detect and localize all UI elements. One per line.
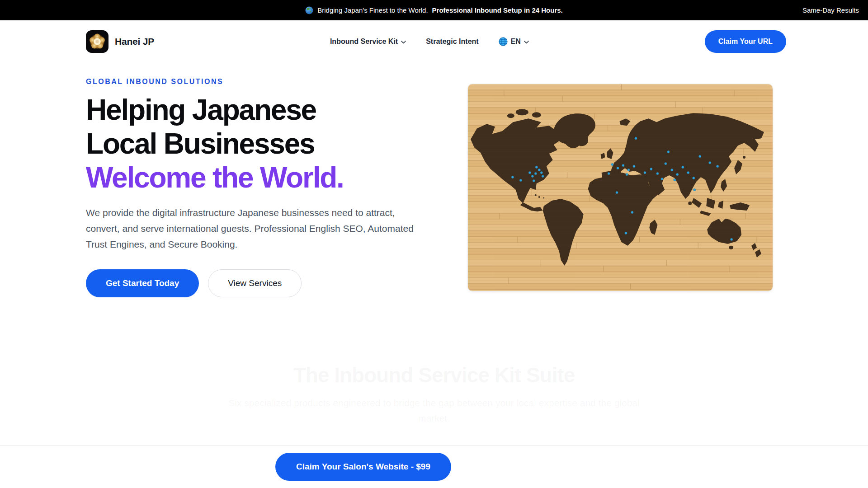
announcement-right-note: Same-Day Results <box>802 0 859 20</box>
hero-heading-line3: Welcome the World. <box>86 161 425 195</box>
announcement-text-bold: Professional Inbound Setup in 24 Hours. <box>432 6 563 14</box>
globe-icon <box>499 37 508 46</box>
hero-eyebrow: GLOBAL INBOUND SOLUTIONS <box>86 78 425 86</box>
get-started-button[interactable]: Get Started Today <box>86 269 199 297</box>
hero-heading: Helping Japanese Local Businesses Welcom… <box>86 93 425 195</box>
language-code: EN <box>511 38 521 46</box>
language-selector[interactable]: EN <box>499 37 529 46</box>
hero-heading-line2: Local Businesses <box>86 127 425 161</box>
suite-title: The Inbound Service Kit Suite <box>0 363 868 387</box>
nav-label: Inbound Service Kit <box>330 38 398 46</box>
world-map-image <box>468 84 773 291</box>
site-header: Hanei JP Inbound Service Kit Strategic I… <box>0 20 868 63</box>
nav-label: Strategic Intent <box>426 38 478 46</box>
chevron-down-icon <box>401 41 406 44</box>
brand-name: Hanei JP <box>115 36 154 47</box>
claim-salon-website-button[interactable]: Claim Your Salon's Website - $99 <box>275 453 451 481</box>
view-services-button[interactable]: View Services <box>208 269 302 297</box>
claim-url-button[interactable]: Claim Your URL <box>705 30 786 53</box>
suite-subtitle: Six specialized products engineered to b… <box>215 395 653 426</box>
brand[interactable]: Hanei JP <box>86 30 154 53</box>
hero-heading-line1: Helping Japanese <box>86 93 425 127</box>
nav-item-strategic-intent[interactable]: Strategic Intent <box>426 38 478 46</box>
bottom-cta-bar: Claim Your Salon's Website - $99 <box>0 445 868 488</box>
hero-section: GLOBAL INBOUND SOLUTIONS Helping Japanes… <box>0 63 868 297</box>
globe-asia-icon <box>305 6 313 14</box>
chevron-down-icon <box>524 41 529 44</box>
nav-item-inbound-service-kit[interactable]: Inbound Service Kit <box>330 38 406 46</box>
main-nav: Inbound Service Kit Strategic Intent <box>154 37 705 46</box>
announcement-text: Bridging Japan's Finest to the World. <box>317 6 428 14</box>
hero-description: We provide the digital infrastructure Ja… <box>86 205 423 252</box>
announcement-bar: Bridging Japan's Finest to the World. Pr… <box>0 0 868 20</box>
suite-section: The Inbound Service Kit Suite Six specia… <box>0 363 868 426</box>
gold-flower-logo-icon <box>86 30 108 53</box>
